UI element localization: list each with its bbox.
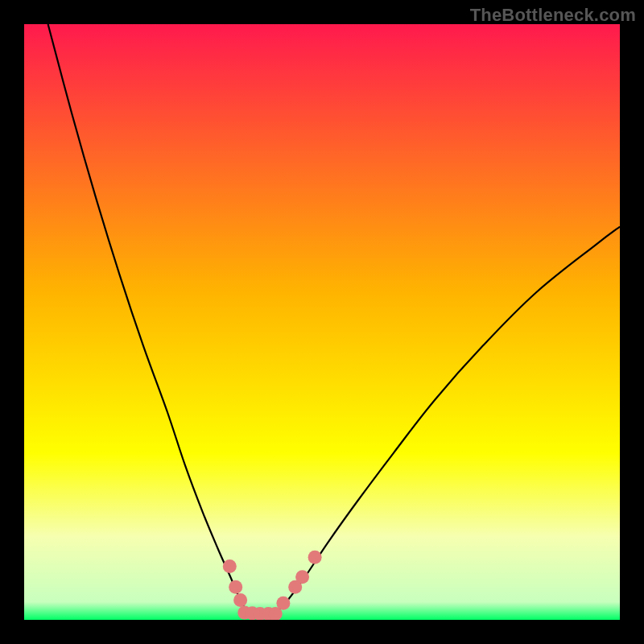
data-marker xyxy=(308,551,322,564)
plot-area xyxy=(24,24,620,620)
data-marker xyxy=(229,580,242,594)
attribution-text: TheBottleneck.com xyxy=(470,5,636,26)
data-marker xyxy=(295,570,309,584)
gradient-background xyxy=(24,24,620,620)
chart-svg xyxy=(24,24,620,620)
data-marker xyxy=(276,597,290,610)
data-marker xyxy=(233,593,247,607)
data-marker xyxy=(223,559,237,573)
image-frame: TheBottleneck.com xyxy=(0,0,644,644)
